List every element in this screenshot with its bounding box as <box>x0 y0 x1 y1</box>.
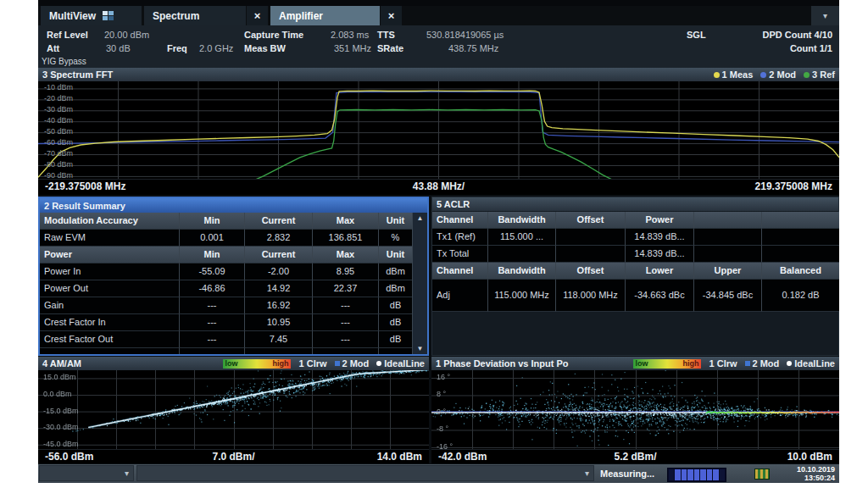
aclr-titlebar[interactable]: 5 ACLR <box>432 197 838 211</box>
table-cell: 14.839 dB... <box>626 229 694 246</box>
spectrum-legend: 1 Meas2 Mod3 Ref <box>714 68 835 81</box>
table-row[interactable]: Crest Factor Out---7.45---dB <box>40 331 413 348</box>
table-cell: % <box>379 230 413 247</box>
table-cell <box>40 348 180 354</box>
table-cell <box>556 246 626 263</box>
tab-overflow-button[interactable]: ▾ <box>811 6 839 25</box>
column-header-cell: Min <box>180 247 245 263</box>
phase-deviation-title: 1 Phase Deviation vs Input Po <box>436 357 569 370</box>
status-dropdown-left[interactable]: ▾ <box>39 465 134 481</box>
table-row[interactable]: Tx1 (Ref)115.000 ...14.839 dB... <box>432 229 839 246</box>
amam-plot-area[interactable]: 15.0 dBm0.0 dBm-15.0 dBm-30.0 dBm-45.0 d… <box>38 370 429 449</box>
scroll-down-icon[interactable]: ▼ <box>413 345 427 352</box>
table-cell: Power In <box>40 263 180 280</box>
table-header-row[interactable]: ChannelBandwidthOffsetPower <box>432 212 839 229</box>
phase-deviation-window: 1 Phase Deviation vs Input Po low high 1… <box>431 357 839 463</box>
spectrum-plot-area[interactable]: -10 dBm-20 dBm-30 dBm-40 dBm-50 dBm-60 d… <box>38 81 839 179</box>
legend-label: 2 Mod <box>769 68 796 81</box>
table-cell: Tx Total <box>432 246 488 263</box>
column-header-cell: Channel <box>432 212 488 229</box>
table-header-row[interactable]: PowerMinCurrentMaxUnit <box>40 247 413 263</box>
tab-amplifier-label: Amplifier <box>279 10 323 22</box>
table-row[interactable]: Power In-55.09-2.008.95dBm <box>40 263 413 280</box>
table-cell: 14.92 <box>245 280 313 297</box>
table-cell: dBm <box>379 263 413 280</box>
column-header-cell: Channel <box>432 263 488 280</box>
meas-bw-value[interactable]: 351 MHz <box>334 43 371 53</box>
att-value[interactable]: 30 dB <box>106 43 131 53</box>
column-header-cell: Unit <box>379 247 413 263</box>
status-dropdown-main[interactable]: ▾ <box>136 465 594 481</box>
tab-multiview[interactable]: MultiView <box>41 6 142 25</box>
date-label: 10.10.2019 <box>797 465 835 474</box>
aclr-window: 5 ACLR ChannelBandwidthOffsetPowerTx1 (R… <box>431 197 839 356</box>
table-cell: --- <box>180 331 245 348</box>
time-label: 13:50:24 <box>797 474 835 482</box>
srate-value[interactable]: 438.75 MHz <box>448 43 498 53</box>
scatter-canvas <box>431 370 839 449</box>
close-spectrum-tab-button[interactable]: × <box>246 6 268 25</box>
scatter-canvas <box>38 370 429 449</box>
legend-item: 2 Mod <box>335 357 370 370</box>
close-amplifier-tab-button[interactable]: × <box>380 6 402 25</box>
column-header-cell: Power <box>626 212 694 229</box>
table-row[interactable]: Adj115.000 MHz118.000 MHz-34.663 dBc-34.… <box>432 280 839 312</box>
table-cell: -34.845 dBc <box>694 280 762 312</box>
srate-label: SRate <box>377 43 403 53</box>
table-cell: --- <box>180 314 245 331</box>
table-cell <box>313 348 379 354</box>
table-row[interactable] <box>40 348 413 354</box>
result-summary-table: Modulation AccuracyMinCurrentMaxUnitRaw … <box>40 213 413 354</box>
table-cell: dB <box>379 331 413 348</box>
phase-deviation-titlebar[interactable]: 1 Phase Deviation vs Input Po low high 1… <box>431 357 839 370</box>
table-cell: Crest Factor In <box>40 314 180 331</box>
result-summary-titlebar[interactable]: 2 Result Summary <box>40 198 427 213</box>
amam-titlebar[interactable]: 4 AM/AM low high 1 Clrw2 ModIdealLine <box>38 357 429 370</box>
spectrum-fft-titlebar[interactable]: 3 Spectrum FFT 1 Meas2 Mod3 Ref <box>38 68 839 81</box>
table-header-row[interactable]: ChannelBandwidthOffsetLowerUpperBalanced <box>432 263 839 280</box>
tab-spectrum-label: Spectrum <box>153 10 199 22</box>
progress-segment <box>707 469 712 480</box>
table-header-row[interactable]: Modulation AccuracyMinCurrentMaxUnit <box>40 213 413 230</box>
measurement-progress-bar <box>667 468 726 482</box>
legend-label: 2 Mod <box>342 357 370 370</box>
table-cell: -55.09 <box>180 263 245 280</box>
table-cell: 16.92 <box>245 297 313 314</box>
table-cell: Crest Factor Out <box>40 331 180 348</box>
legend-item: IdealLine <box>376 357 425 370</box>
trace-color-dot <box>760 72 766 78</box>
table-cell: dB <box>379 314 413 331</box>
table-row[interactable]: Power Out-46.8614.9222.37dBm <box>40 280 413 297</box>
freq-value[interactable]: 2.0 GHz <box>199 43 233 53</box>
table-row[interactable]: Gain---16.92---dB <box>40 297 413 314</box>
column-header-cell: Max <box>313 247 379 263</box>
measuring-status-label: Measuring... <box>600 469 654 479</box>
table-row[interactable]: Tx Total14.839 dB... <box>432 246 839 263</box>
capture-time-value[interactable]: 2.083 ms <box>331 30 369 40</box>
top-strip <box>38 0 839 6</box>
analyzer-screen: MultiView Spectrum × Amplifier × ▾ Ref L… <box>38 0 839 483</box>
chevron-down-icon: ▾ <box>823 11 827 20</box>
table-row[interactable]: Raw EVM0.0012.832136.851% <box>40 230 413 247</box>
ref-level-value[interactable]: 20.00 dBm <box>104 30 149 40</box>
aclr-table: ChannelBandwidthOffsetPowerTx1 (Ref)115.… <box>432 212 839 355</box>
trace-marker-dot <box>787 361 792 366</box>
table-cell: -34.663 dBc <box>626 280 694 312</box>
table-row[interactable]: Crest Factor In---10.95---dB <box>40 314 413 331</box>
result-summary-scrollbar[interactable]: ▲ ▼ <box>412 213 427 354</box>
phase-plot-area[interactable]: 16 °8 °0 °-8 °-16 ° <box>431 370 839 449</box>
datetime-display: 10.10.2019 13:50:24 <box>797 465 835 482</box>
tts-value[interactable]: 530.818419065 µs <box>426 30 504 40</box>
amam-window: 4 AM/AM low high 1 Clrw2 ModIdealLine 15… <box>38 357 429 463</box>
progress-segment <box>687 469 693 480</box>
tab-amplifier[interactable]: Amplifier <box>270 6 380 25</box>
scroll-up-icon[interactable]: ▲ <box>413 214 427 222</box>
legend-item: 1 Meas <box>714 68 754 81</box>
legend-label: IdealLine <box>794 357 835 370</box>
tab-multiview-label: MultiView <box>49 10 96 22</box>
legend-item: 1 Clrw <box>299 357 327 370</box>
table-cell: 136.851 <box>313 230 379 247</box>
tab-spectrum[interactable]: Spectrum <box>144 6 246 25</box>
column-header-cell <box>762 212 839 229</box>
table-cell: Raw EVM <box>40 230 180 247</box>
